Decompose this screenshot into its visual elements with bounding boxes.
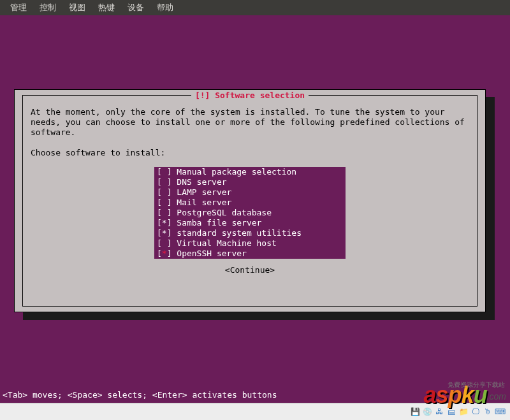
disk-icon[interactable]: 💾	[410, 407, 420, 417]
software-choice-item[interactable]: [ ] Virtual Machine host	[154, 238, 346, 249]
continue-button[interactable]: <Continue>	[225, 265, 275, 275]
usb-icon[interactable]: 🖴	[446, 407, 456, 417]
menu-manage[interactable]: 管理	[4, 0, 33, 15]
shared-icon[interactable]: 📁	[458, 407, 469, 417]
software-choice-item[interactable]: [ ] DNS server	[154, 177, 346, 187]
dialog-body: At the moment, only the core of the syst…	[31, 107, 469, 158]
software-choice-item[interactable]: [ ] Mail server	[154, 198, 346, 208]
software-choice-item[interactable]: [*] standard system utilities	[154, 228, 346, 238]
software-choice-item[interactable]: [*] Samba file server	[154, 218, 346, 228]
software-choice-item[interactable]: [ ] PostgreSQL database	[154, 208, 346, 218]
menu-help[interactable]: 帮助	[150, 0, 180, 15]
software-choice-item[interactable]: [ ] Manual package selection	[154, 167, 346, 177]
software-choice-item[interactable]: [*] OpenSSH server	[154, 249, 346, 259]
menu-control[interactable]: 控制	[33, 0, 62, 15]
software-choice-list[interactable]: [ ] Manual package selection [ ] DNS ser…	[154, 167, 346, 259]
menu-hotkey[interactable]: 热键	[92, 0, 121, 15]
mouse-icon[interactable]: 🖰	[483, 407, 493, 417]
vm-status-bar: 💾 💿 🖧 🖴 📁 🖵 🖰 ⌨	[0, 403, 510, 420]
optical-icon[interactable]: 💿	[422, 407, 432, 417]
display-icon[interactable]: 🖵	[470, 407, 481, 417]
software-choice-item[interactable]: [ ] LAMP server	[154, 187, 346, 198]
menu-devices[interactable]: 设备	[121, 0, 150, 15]
host-menubar: 管理 控制 视图 热键 设备 帮助	[0, 0, 510, 15]
hostkey-icon[interactable]: ⌨	[495, 407, 505, 417]
vm-status-icons: 💾 💿 🖧 🖴 📁 🖵 🖰 ⌨	[410, 407, 510, 417]
network-icon[interactable]: 🖧	[434, 407, 444, 417]
keyboard-hint: <Tab> moves; <Space> selects; <Enter> ac…	[3, 390, 277, 400]
dialog-title: [!] Software selection	[191, 91, 309, 100]
menu-view[interactable]: 视图	[62, 0, 92, 15]
software-selection-dialog: [!] Software selection At the moment, on…	[14, 89, 486, 312]
